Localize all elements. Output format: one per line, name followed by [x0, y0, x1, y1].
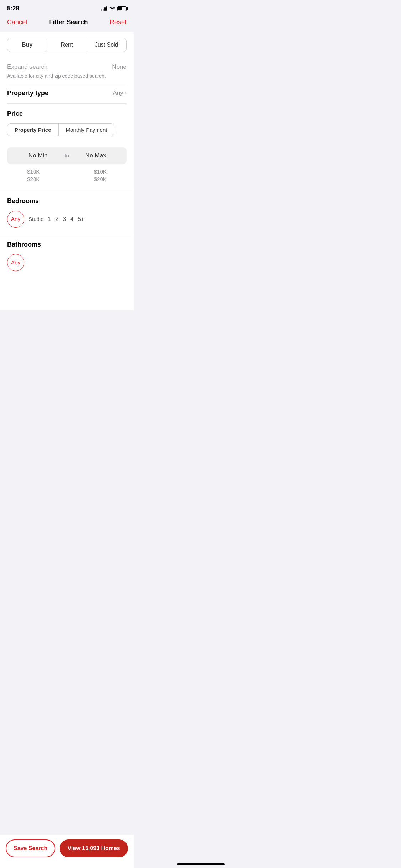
price-min-20k[interactable]: $20K — [27, 176, 40, 182]
price-min-10k[interactable]: $10K — [27, 169, 40, 175]
bedroom-studio[interactable]: Studio — [29, 216, 44, 222]
content-area: Buy Rent Just Sold Expand search None Av… — [0, 32, 134, 310]
price-range-container: No Min to No Max $10K $20K $10K $20K — [7, 144, 127, 191]
bathroom-any[interactable]: Any — [7, 254, 24, 271]
reset-button[interactable]: Reset — [110, 19, 127, 26]
price-range-min: No Min — [14, 152, 62, 159]
segment-just-sold[interactable]: Just Sold — [87, 38, 126, 52]
price-range-bar[interactable]: No Min to No Max — [7, 147, 127, 164]
price-options-row: $10K $20K $10K $20K — [7, 167, 127, 184]
property-type-value: Any › — [113, 89, 127, 97]
expand-search-section: Expand search None Available for city an… — [0, 58, 134, 83]
price-range-max: No Max — [72, 152, 119, 159]
cancel-button[interactable]: Cancel — [7, 19, 27, 26]
wifi-icon — [109, 6, 115, 11]
segment-control: Buy Rent Just Sold — [7, 38, 127, 52]
segment-buy[interactable]: Buy — [7, 38, 47, 52]
price-range-to: to — [62, 153, 72, 159]
bedroom-3[interactable]: 3 — [63, 216, 66, 222]
battery-icon — [117, 6, 127, 11]
bedroom-options: Any Studio 1 2 3 4 5+ — [7, 211, 127, 228]
expand-search-value: None — [112, 63, 127, 71]
price-max-20k[interactable]: $20K — [94, 176, 107, 182]
price-section-title: Price — [7, 110, 127, 118]
bathrooms-section: Bathrooms Any — [0, 234, 134, 275]
price-toggle-monthly[interactable]: Monthly Payment — [59, 124, 114, 136]
signal-icon — [101, 6, 107, 11]
price-max-10k[interactable]: $10K — [94, 169, 107, 175]
status-bar: 5:28 — [0, 0, 134, 14]
property-type-label: Property type — [7, 89, 48, 97]
bedroom-4[interactable]: 4 — [70, 216, 73, 222]
price-toggle-control: Property Price Monthly Payment — [7, 123, 114, 136]
segment-rent[interactable]: Rent — [47, 38, 86, 52]
page-title: Filter Search — [49, 19, 88, 26]
bedrooms-title: Bedrooms — [7, 197, 127, 205]
bedroom-5plus[interactable]: 5+ — [78, 216, 84, 222]
bedroom-1[interactable]: 1 — [48, 216, 51, 222]
price-toggle-property[interactable]: Property Price — [7, 124, 58, 136]
expand-search-row: Expand search None — [7, 63, 127, 71]
bedroom-any[interactable]: Any — [7, 211, 24, 228]
bedrooms-section: Bedrooms Any Studio 1 2 3 4 5+ — [0, 191, 134, 234]
bedroom-2[interactable]: 2 — [55, 216, 58, 222]
status-icons — [101, 6, 127, 11]
property-type-selected: Any — [113, 89, 123, 97]
property-type-row[interactable]: Property type Any › — [0, 83, 134, 103]
search-type-segment: Buy Rent Just Sold — [0, 32, 134, 58]
price-max-options: $10K $20K — [74, 169, 127, 182]
status-time: 5:28 — [7, 5, 19, 12]
chevron-right-icon: › — [125, 90, 127, 96]
bathrooms-title: Bathrooms — [7, 241, 127, 248]
expand-search-label: Expand search — [7, 63, 47, 71]
price-min-options: $10K $20K — [7, 169, 60, 182]
price-section: Price Property Price Monthly Payment No … — [0, 104, 134, 191]
expand-search-description: Available for city and zip code based se… — [7, 73, 106, 79]
nav-header: Cancel Filter Search Reset — [0, 14, 134, 32]
